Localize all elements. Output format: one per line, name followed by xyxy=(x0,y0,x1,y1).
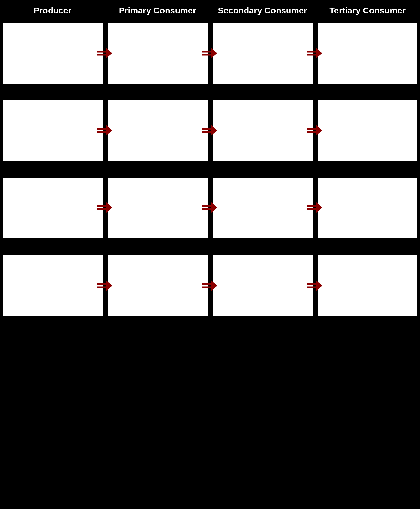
row-separator-3 xyxy=(0,242,420,252)
cell-row1-tertiary xyxy=(315,20,420,87)
white-box xyxy=(3,23,103,84)
header-primary-consumer: Primary Consumer xyxy=(105,0,210,20)
white-box xyxy=(108,255,208,316)
cell-row1-producer xyxy=(0,20,105,87)
white-box xyxy=(213,178,313,238)
cell-row3-tertiary xyxy=(315,174,420,242)
food-row-4 xyxy=(0,252,420,321)
cell-row2-tertiary xyxy=(315,97,420,164)
cell-row3-primary xyxy=(105,174,210,242)
cell-row2-secondary xyxy=(210,97,315,164)
cell-row2-producer xyxy=(0,97,105,164)
cell-row4-primary xyxy=(105,252,210,321)
page-container: Producer Primary Consumer Secondary Cons… xyxy=(0,0,420,321)
cell-row1-primary xyxy=(105,20,210,87)
white-box xyxy=(3,178,103,238)
white-box xyxy=(318,23,417,84)
row-separator-2 xyxy=(0,164,420,174)
cell-row3-secondary xyxy=(210,174,315,242)
white-box xyxy=(108,23,208,84)
white-box xyxy=(318,100,417,161)
white-box xyxy=(3,100,103,161)
header-tertiary-consumer: Tertiary Consumer xyxy=(315,0,420,20)
cell-row2-primary xyxy=(105,97,210,164)
cell-row4-tertiary xyxy=(315,252,420,321)
column-headers: Producer Primary Consumer Secondary Cons… xyxy=(0,0,420,20)
food-row-2 xyxy=(0,97,420,164)
header-secondary-consumer: Secondary Consumer xyxy=(210,0,315,20)
white-box xyxy=(213,100,313,161)
white-box xyxy=(213,255,313,316)
white-box xyxy=(318,255,417,316)
food-row-1 xyxy=(0,20,420,87)
cell-row4-producer xyxy=(0,252,105,321)
food-row-3 xyxy=(0,174,420,242)
row-separator-1 xyxy=(0,87,420,97)
white-box xyxy=(3,255,103,316)
cell-row1-secondary xyxy=(210,20,315,87)
white-box xyxy=(108,178,208,238)
header-producer: Producer xyxy=(0,0,105,20)
white-box xyxy=(213,23,313,84)
cell-row4-secondary xyxy=(210,252,315,321)
white-box xyxy=(318,178,417,238)
cell-row3-producer xyxy=(0,174,105,242)
white-box xyxy=(108,100,208,161)
